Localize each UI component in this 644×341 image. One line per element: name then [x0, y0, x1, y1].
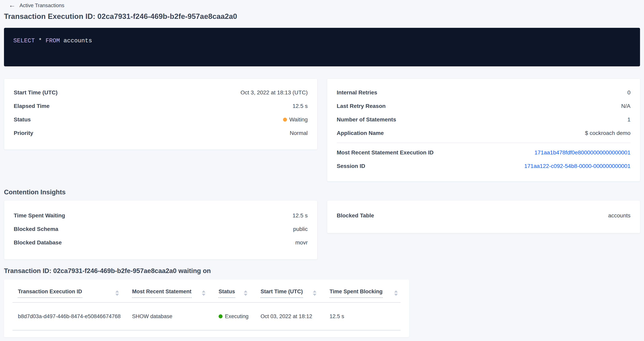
summary-label: Elapsed Time	[14, 103, 50, 109]
sort-up-icon	[394, 290, 398, 293]
column-header-transaction-execution-id[interactable]: Transaction Execution ID	[12, 288, 132, 298]
sort-up-icon	[202, 290, 206, 293]
summary-row: Time Spent Waiting 12.5 s	[4, 209, 317, 222]
sql-keyword-from: FROM	[46, 37, 60, 44]
sort-down-icon	[313, 294, 316, 296]
session-id-link[interactable]: 171aa122-c092-54b8-0000-000000000001	[524, 163, 630, 169]
summary-row: Blocked Database movr	[4, 236, 317, 249]
table-header-row: Transaction Execution ID Most Recent Sta…	[12, 280, 400, 303]
waiting-transactions-table: Transaction Execution ID Most Recent Sta…	[4, 280, 409, 337]
summary-row: Status Waiting	[4, 113, 317, 126]
sort-down-icon	[244, 294, 248, 296]
column-header-status[interactable]: Status	[218, 288, 260, 298]
sort-up-icon	[115, 290, 119, 293]
cell-transaction-execution-id: b8d7d03a-d497-446b-8474-e50846674768	[12, 313, 132, 320]
status-text: Waiting	[290, 116, 308, 123]
contention-card-right: Blocked Table accounts	[327, 200, 640, 233]
summary-row: Priority Normal	[4, 126, 317, 140]
summary-label: Application Name	[337, 130, 384, 136]
sort-down-icon	[115, 294, 119, 296]
status-text: Executing	[225, 313, 248, 320]
summary-value: accounts	[608, 212, 630, 219]
back-arrow-icon: ←	[9, 1, 16, 8]
summary-value: $ cockroach demo	[585, 130, 630, 136]
summary-label: Time Spent Waiting	[14, 212, 65, 219]
cell-status: Executing	[218, 313, 260, 320]
sort-down-icon	[394, 294, 398, 296]
page-title: Transaction Execution ID: 02ca7931-f246-…	[4, 12, 237, 21]
contention-insights-heading: Contention Insights	[4, 188, 66, 196]
summary-row: Number of Statements 1	[327, 113, 640, 126]
summary-label: Priority	[14, 130, 33, 136]
summary-value: Normal	[290, 130, 308, 136]
summary-row: Start Time (UTC) Oct 3, 2022 at 18:13 (U…	[4, 86, 317, 99]
column-header-label[interactable]: Most Recent Statement	[132, 288, 192, 298]
summary-value: movr	[295, 240, 308, 246]
summary-label: Blocked Schema	[14, 226, 58, 232]
summary-value: 12.5 s	[292, 103, 308, 109]
sort-icon[interactable]	[202, 290, 206, 296]
summary-label: Status	[14, 116, 31, 123]
sql-keyword-select: SELECT	[13, 37, 35, 44]
overview-card-right: Internal Retries 0 Last Retry Reason N/A…	[327, 78, 640, 181]
summary-row: Last Retry Reason N/A	[327, 99, 640, 113]
waiting-on-heading: Transaction ID: 02ca7931-f246-469b-b2fe-…	[4, 267, 211, 275]
summary-row: Application Name $ cockroach demo	[327, 126, 640, 140]
sort-down-icon	[202, 294, 206, 296]
summary-label: Internal Retries	[337, 89, 377, 96]
sql-statement-text: SELECT * FROM accounts	[13, 37, 632, 44]
summary-row: Elapsed Time 12.5 s	[4, 99, 317, 113]
column-header-label[interactable]: Time Spent Blocking	[330, 288, 383, 298]
summary-row: Blocked Table accounts	[327, 209, 640, 222]
overview-card-left: Start Time (UTC) Oct 3, 2022 at 18:13 (U…	[4, 78, 318, 150]
back-link-active-transactions[interactable]: ← Active Transactions	[9, 2, 64, 9]
sort-icon[interactable]	[244, 290, 248, 296]
summary-label: Blocked Table	[337, 212, 374, 219]
column-header-most-recent-statement[interactable]: Most Recent Statement	[132, 288, 218, 298]
contention-card-left: Time Spent Waiting 12.5 s Blocked Schema…	[4, 200, 318, 260]
executing-status-dot-icon	[218, 314, 222, 318]
transaction-details-page: ← Active Transactions Transaction Execut…	[0, 0, 644, 341]
summary-label: Number of Statements	[337, 116, 396, 123]
summary-row: Session ID 171aa122-c092-54b8-0000-00000…	[327, 159, 640, 173]
summary-label: Session ID	[337, 163, 365, 169]
sort-icon[interactable]	[394, 290, 398, 296]
column-header-time-spent-blocking[interactable]: Time Spent Blocking	[330, 288, 400, 298]
table-row: b8d7d03a-d497-446b-8474-e50846674768 SHO…	[12, 303, 400, 331]
summary-value: 1	[627, 116, 630, 123]
waiting-status-dot-icon	[283, 118, 287, 122]
summary-value: 0	[627, 89, 630, 96]
sql-statement-box: SELECT * FROM accounts	[4, 28, 640, 66]
summary-label: Start Time (UTC)	[14, 89, 58, 96]
column-header-start-time[interactable]: Start Time (UTC)	[260, 288, 330, 298]
card-divider	[337, 143, 630, 143]
sort-icon[interactable]	[313, 290, 316, 296]
summary-row: Internal Retries 0	[327, 86, 640, 99]
summary-value: 12.5 s	[292, 212, 308, 219]
sql-star: *	[35, 37, 46, 44]
column-header-label[interactable]: Status	[218, 288, 235, 298]
summary-value: Oct 3, 2022 at 18:13 (UTC)	[240, 89, 308, 96]
column-header-label[interactable]: Transaction Execution ID	[18, 288, 82, 298]
summary-value: public	[293, 226, 308, 232]
sort-up-icon	[313, 290, 316, 293]
summary-value: N/A	[621, 103, 630, 109]
sort-icon[interactable]	[115, 290, 119, 296]
breadcrumb-label: Active Transactions	[20, 2, 64, 8]
sql-table-name: accounts	[60, 37, 92, 44]
summary-row: Blocked Schema public	[4, 222, 317, 236]
column-header-label[interactable]: Start Time (UTC)	[260, 288, 303, 298]
cell-time-spent-blocking: 12.5 s	[330, 313, 400, 320]
statement-execution-id-link[interactable]: 171aa1b478fdf0e80000000000000001	[534, 149, 630, 156]
summary-label: Most Recent Statement Execution ID	[337, 149, 434, 156]
sort-up-icon	[244, 290, 248, 293]
summary-label: Last Retry Reason	[337, 103, 386, 109]
summary-label: Blocked Database	[14, 240, 62, 246]
summary-row: Most Recent Statement Execution ID 171aa…	[327, 146, 640, 159]
cell-start-time: Oct 03, 2022 at 18:12	[260, 313, 330, 320]
cell-most-recent-statement: SHOW database	[132, 313, 218, 320]
status-badge: Waiting	[283, 116, 308, 123]
